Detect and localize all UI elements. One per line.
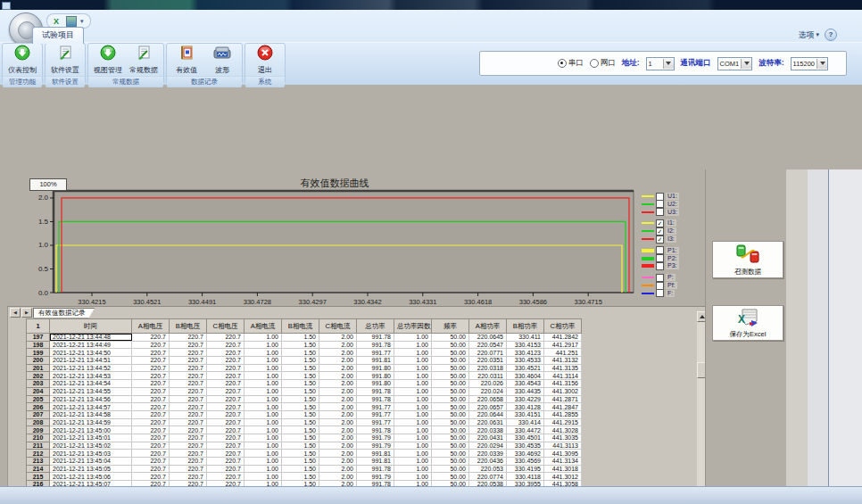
cell-value[interactable]: 1.00 (394, 387, 432, 395)
table-row[interactable]: 2012021-12-21 13:44:52220.7220.7220.71.0… (27, 364, 582, 372)
cell-value[interactable]: 220.0645 (469, 334, 507, 342)
cell-time[interactable]: 2021-12-21 13:44:59 (50, 418, 132, 426)
column-header-C相功率[interactable]: C相功率 (544, 319, 582, 334)
cell-value[interactable]: 1.00 (394, 426, 432, 434)
ribbon-button-仪表控制[interactable]: 仪表控制 (5, 45, 39, 75)
cell-value[interactable]: 1.00 (245, 473, 282, 481)
qat-dropdown-icon[interactable]: ▾ (80, 18, 84, 25)
cell-value[interactable]: 1.00 (245, 349, 282, 357)
cell-value[interactable]: 220.7 (132, 380, 170, 388)
cell-value[interactable]: 330.4543 (507, 380, 544, 388)
cell-value[interactable]: 991.79 (357, 434, 394, 442)
cell-value[interactable]: 441.2855 (544, 410, 582, 418)
cell-value[interactable]: 220.7 (207, 364, 245, 372)
cell-value[interactable]: 441.2915 (544, 418, 582, 426)
cell-value[interactable]: 1.00 (394, 349, 432, 357)
row-number[interactable]: 201 (27, 364, 50, 372)
cell-value[interactable]: 2.00 (319, 418, 357, 426)
cell-value[interactable]: 1.00 (394, 450, 432, 458)
legend-checkbox-P[interactable] (656, 274, 664, 282)
row-number[interactable]: 200 (27, 357, 50, 365)
cell-value[interactable]: 991.80 (357, 372, 394, 380)
cell-value[interactable]: 220.7 (207, 357, 245, 365)
table-row[interactable]: 2152021-12-21 13:45:06220.7220.7220.71.0… (27, 473, 582, 481)
cell-value[interactable]: 50.00 (432, 357, 469, 365)
save-excel-button[interactable]: X 保存为Excel (712, 305, 783, 341)
cell-value[interactable]: 50.00 (432, 403, 469, 411)
legend-checkbox-U3[interactable] (656, 208, 664, 216)
cell-value[interactable]: 330.4533 (507, 357, 544, 365)
cell-time[interactable]: 2021-12-21 13:44:52 (50, 364, 132, 372)
cell-value[interactable]: 1.00 (245, 403, 282, 411)
cell-value[interactable]: 220.7 (132, 372, 170, 380)
cell-value[interactable]: 1.00 (394, 418, 432, 426)
cell-value[interactable]: 2.00 (319, 364, 357, 372)
cell-value[interactable]: 2.00 (319, 410, 357, 418)
cell-value[interactable]: 991.78 (357, 465, 394, 473)
cell-value[interactable]: 330.4501 (507, 434, 544, 442)
row-number[interactable]: 199 (27, 349, 50, 357)
cell-value[interactable]: 220.7 (207, 372, 245, 380)
cell-value[interactable]: 220.7 (170, 450, 207, 458)
tab-scroll-right-icon[interactable]: ▶ (21, 308, 32, 318)
cell-value[interactable]: 220.7 (207, 380, 245, 388)
cell-value[interactable]: 1.50 (282, 380, 319, 388)
column-header-C相电压[interactable]: C相电压 (207, 319, 245, 334)
cell-value[interactable]: 220.7 (207, 410, 245, 418)
cell-value[interactable]: 1.00 (394, 403, 432, 411)
cell-value[interactable]: 1.50 (282, 357, 319, 365)
cell-value[interactable]: 1.00 (245, 372, 282, 380)
cell-value[interactable]: 1.00 (394, 442, 432, 450)
cell-value[interactable]: 2.00 (319, 387, 357, 395)
cell-value[interactable]: 2.00 (319, 372, 357, 380)
cell-value[interactable]: 220.7 (170, 341, 207, 349)
column-header-C相电流[interactable]: C相电流 (319, 319, 357, 334)
cell-value[interactable]: 220.0644 (469, 410, 507, 418)
row-number[interactable]: 197 (27, 334, 50, 342)
tab-test-project[interactable]: 试验项目 (32, 27, 84, 44)
ribbon-button-常规数据[interactable]: 常规数据 (127, 45, 161, 75)
row-number[interactable]: 208 (27, 418, 50, 426)
table-row[interactable]: 2082021-12-21 13:44:59220.7220.7220.71.0… (27, 418, 582, 426)
cell-value[interactable]: 441.3002 (544, 387, 582, 395)
cell-value[interactable]: 991.81 (357, 458, 394, 466)
column-header-B相功率[interactable]: B相功率 (507, 319, 544, 334)
cell-value[interactable]: 991.77 (357, 418, 394, 426)
cell-value[interactable]: 441.3095 (544, 450, 582, 458)
cell-value[interactable]: 1.50 (282, 341, 319, 349)
cell-value[interactable]: 220.7 (207, 334, 245, 342)
cell-value[interactable]: 1.00 (394, 458, 432, 466)
row-number[interactable]: 205 (27, 395, 50, 403)
cell-value[interactable]: 2.00 (319, 334, 357, 342)
cell-value[interactable]: 50.00 (432, 410, 469, 418)
cell-value[interactable]: 2.00 (319, 465, 357, 473)
cell-value[interactable]: 220.7 (132, 442, 170, 450)
cell-value[interactable]: 220.0631 (469, 418, 507, 426)
cell-value[interactable]: 1.00 (394, 380, 432, 388)
table-row[interactable]: 2072021-12-21 13:44:58220.7220.7220.71.0… (27, 410, 582, 418)
ribbon-button-波形[interactable]: 波形 (205, 45, 239, 75)
cell-value[interactable]: 1.00 (394, 334, 432, 342)
cell-value[interactable]: 1.00 (394, 395, 432, 403)
cell-value[interactable]: 330.4123 (507, 349, 544, 357)
cell-value[interactable]: 220.7 (207, 426, 245, 434)
row-number[interactable]: 210 (27, 434, 50, 442)
cell-value[interactable]: 1.00 (245, 364, 282, 372)
cell-value[interactable]: 1.00 (245, 357, 282, 365)
table-row[interactable]: 2092021-12-21 13:45:00220.7220.7220.71.0… (27, 426, 582, 434)
cell-value[interactable]: 220.7 (132, 458, 170, 466)
cell-value[interactable]: 330.4569 (507, 458, 544, 466)
cell-value[interactable]: 220.0771 (469, 349, 507, 357)
cell-value[interactable]: 220.7 (132, 473, 170, 481)
cell-value[interactable]: 220.7 (132, 364, 170, 372)
cell-value[interactable]: 220.7 (170, 387, 207, 395)
cell-value[interactable]: 991.78 (357, 395, 394, 403)
column-header-B相电流[interactable]: B相电流 (282, 319, 319, 334)
legend-checkbox-I1[interactable]: ✓ (656, 219, 664, 227)
cell-value[interactable]: 220.7 (170, 334, 207, 342)
cell-value[interactable]: 220.7 (170, 426, 207, 434)
cell-value[interactable]: 1.00 (245, 418, 282, 426)
cell-value[interactable]: 330.4521 (507, 364, 544, 372)
cell-value[interactable]: 441.3028 (544, 426, 582, 434)
cell-value[interactable]: 991.80 (357, 380, 394, 388)
